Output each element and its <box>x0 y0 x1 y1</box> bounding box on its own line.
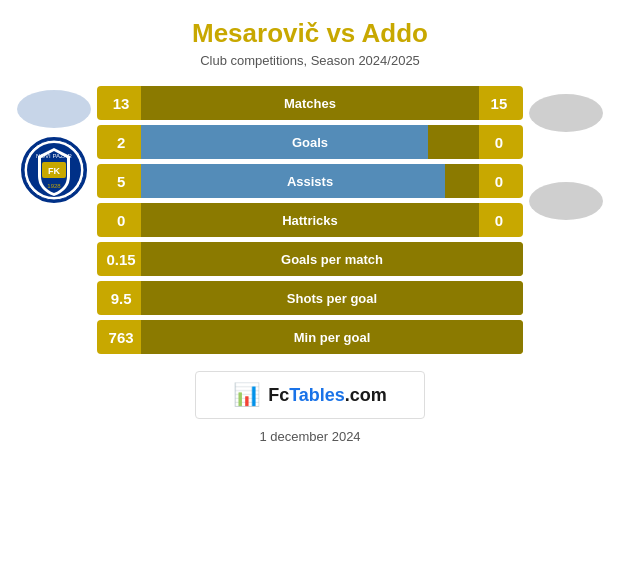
stat-label-matches: Matches <box>141 86 479 120</box>
right-logo-area <box>523 86 610 220</box>
date-footer: 1 december 2024 <box>259 429 360 444</box>
right-team-oval-top <box>529 94 603 132</box>
stat-label-goals-per-match: Goals per match <box>141 242 523 276</box>
stat-row-shots-per-goal: 9.5 Shots per goal <box>97 281 523 315</box>
fk-novi-pazar-logo: FK 1928 NOVI PAZAR <box>18 134 90 206</box>
main-content: FK 1928 NOVI PAZAR 13 Matches 15 2 Goals… <box>10 86 610 359</box>
page-wrapper: Mesarovič vs Addo Club competitions, Sea… <box>0 0 620 580</box>
svg-text:1928: 1928 <box>47 183 61 189</box>
stat-label-min-per-goal: Min per goal <box>141 320 523 354</box>
stat-label-shots-per-goal: Shots per goal <box>141 281 523 315</box>
fctables-banner[interactable]: 📊 FcTables.com <box>195 371 425 419</box>
stat-label-hattricks: Hattricks <box>141 203 479 237</box>
stat-right-goals: 0 <box>479 134 523 151</box>
stat-left-hattricks: 0 <box>97 212 141 229</box>
page-title: Mesarovič vs Addo <box>192 18 428 49</box>
fctables-icon: 📊 <box>233 382 260 408</box>
stat-row-assists: 5 Assists 0 <box>97 164 523 198</box>
stat-row-goals-per-match: 0.15 Goals per match <box>97 242 523 276</box>
page-subtitle: Club competitions, Season 2024/2025 <box>200 53 420 68</box>
stat-left-goals: 2 <box>97 134 141 151</box>
stat-right-matches: 15 <box>479 95 523 112</box>
stat-label-assists: Assists <box>287 174 333 189</box>
stat-left-assists: 5 <box>97 173 141 190</box>
stat-row-min-per-goal: 763 Min per goal <box>97 320 523 354</box>
left-team-oval-top <box>17 90 91 128</box>
fctables-text: FcTables.com <box>268 385 387 406</box>
left-logo-area: FK 1928 NOVI PAZAR <box>10 86 97 206</box>
right-team-oval-bottom <box>529 182 603 220</box>
stat-label-goals: Goals <box>292 135 328 150</box>
stat-right-assists: 0 <box>479 173 523 190</box>
stat-left-matches: 13 <box>97 95 141 112</box>
stat-row-hattricks: 0 Hattricks 0 <box>97 203 523 237</box>
svg-text:FK: FK <box>48 166 60 176</box>
stats-area: 13 Matches 15 2 Goals 0 5 Assists 0 0 <box>97 86 523 359</box>
svg-text:NOVI PAZAR: NOVI PAZAR <box>36 153 73 159</box>
stat-row-goals: 2 Goals 0 <box>97 125 523 159</box>
stat-right-hattricks: 0 <box>479 212 523 229</box>
stat-row-matches: 13 Matches 15 <box>97 86 523 120</box>
stat-left-shots-per-goal: 9.5 <box>97 290 141 307</box>
stat-left-goals-per-match: 0.15 <box>97 251 141 268</box>
stat-left-min-per-goal: 763 <box>97 329 141 346</box>
